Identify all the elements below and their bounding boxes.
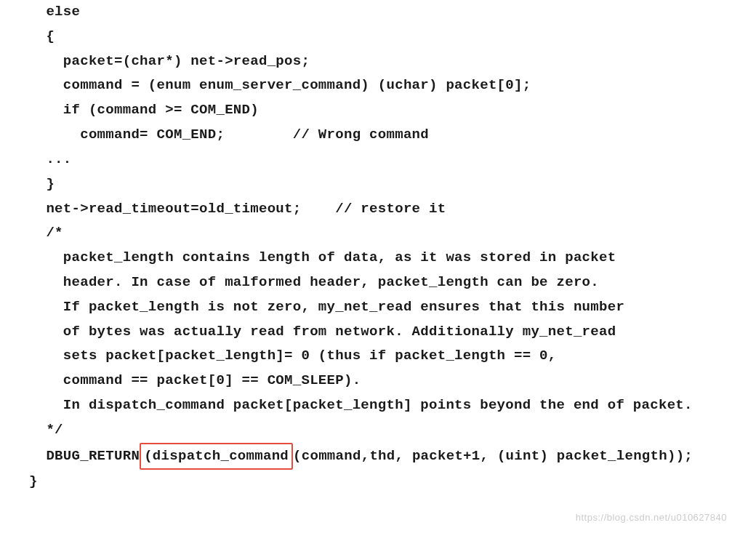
code-block: else { packet=(char*) net->read_pos; com… (29, 0, 727, 494)
watermark-text: https://blog.csdn.net/u010627840 (576, 509, 727, 516)
code-line: if (command >= COM_END) (29, 98, 727, 123)
code-text: (command,thd, packet+1, (uint) packet_le… (293, 448, 693, 464)
code-text: DBUG_RETURN (29, 448, 140, 464)
code-line: header. In case of malformed header, pac… (29, 270, 727, 295)
code-line: of bytes was actually read from network.… (29, 320, 727, 345)
code-line: command = (enum enum_server_command) (uc… (29, 73, 727, 98)
code-line: net->read_timeout=old_timeout; // restor… (29, 197, 727, 222)
code-line: { (29, 25, 727, 49)
code-line: */ (29, 418, 727, 443)
code-line: packet_length contains length of data, a… (29, 246, 727, 270)
code-line: ... (29, 148, 727, 172)
highlight-box: (dispatch_command (140, 443, 293, 470)
code-line: sets packet[packet_length]= 0 (thus if p… (29, 344, 727, 369)
code-line: command == packet[0] == COM_SLEEP). (29, 369, 727, 393)
code-line: command= COM_END; // Wrong command (29, 123, 727, 148)
code-line: In dispatch_command packet[packet_length… (29, 393, 727, 418)
code-line: If packet_length is not zero, my_net_rea… (29, 295, 727, 320)
code-line: /* (29, 221, 727, 246)
code-line: } (29, 470, 727, 494)
code-line: } (29, 172, 727, 197)
code-line: else (29, 0, 727, 25)
code-line-highlighted: DBUG_RETURN(dispatch_command(command,thd… (29, 443, 727, 470)
code-line: packet=(char*) net->read_pos; (29, 49, 727, 74)
